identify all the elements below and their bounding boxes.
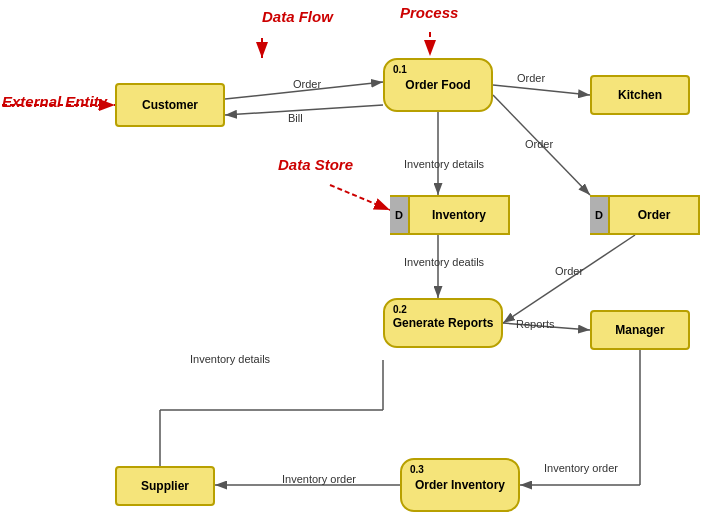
- inventory-datastore: D Inventory: [390, 195, 510, 235]
- generate-reports-label: Generate Reports: [393, 316, 494, 330]
- svg-line-7: [225, 105, 383, 115]
- order-food-process: 0.1 Order Food: [383, 58, 493, 112]
- process-legend: Process: [400, 4, 458, 21]
- dfd-diagram: Data Flow Process External Entity Data S…: [0, 0, 718, 528]
- customer-label: Customer: [142, 98, 198, 112]
- data-store-legend: Data Store: [278, 156, 353, 173]
- kitchen-entity: Kitchen: [590, 75, 690, 115]
- generate-reports-process: 0.2 Generate Reports: [383, 298, 503, 348]
- order-inventory-label: Order Inventory: [415, 478, 505, 492]
- data-flow-legend: Data Flow: [262, 8, 333, 25]
- flow-order2: Order: [517, 72, 545, 84]
- external-entity-legend: External Entity: [2, 93, 107, 110]
- generate-reports-number: 0.2: [393, 304, 407, 315]
- flow-inv-details2: Inventory deatils: [404, 256, 484, 268]
- order-inventory-process: 0.3 Order Inventory: [400, 458, 520, 512]
- flow-inv-order2: Inventory order: [544, 462, 618, 474]
- flow-bill1: Bill: [288, 112, 303, 124]
- svg-line-8: [493, 85, 590, 95]
- kitchen-label: Kitchen: [618, 88, 662, 102]
- customer-entity: Customer: [115, 83, 225, 127]
- flow-reports: Reports: [516, 318, 555, 330]
- flow-order3: Order: [525, 138, 553, 150]
- order-ds-label: Order: [610, 197, 698, 233]
- inventory-d-label: D: [390, 197, 410, 233]
- order-datastore: D Order: [590, 195, 700, 235]
- svg-line-5: [330, 185, 390, 210]
- order-food-number: 0.1: [393, 64, 407, 75]
- flow-inv-details3: Inventory details: [190, 353, 270, 365]
- flow-order4: Order: [555, 265, 583, 277]
- manager-entity: Manager: [590, 310, 690, 350]
- flow-order1: Order: [293, 78, 321, 90]
- order-ds-d-label: D: [590, 197, 610, 233]
- flow-inv-details1: Inventory details: [404, 158, 484, 170]
- supplier-label: Supplier: [141, 479, 189, 493]
- order-food-label: Order Food: [405, 78, 470, 92]
- supplier-entity: Supplier: [115, 466, 215, 506]
- flow-inv-order1: Inventory order: [282, 473, 356, 485]
- inventory-label: Inventory: [410, 197, 508, 233]
- manager-label: Manager: [615, 323, 664, 337]
- order-inventory-number: 0.3: [410, 464, 424, 475]
